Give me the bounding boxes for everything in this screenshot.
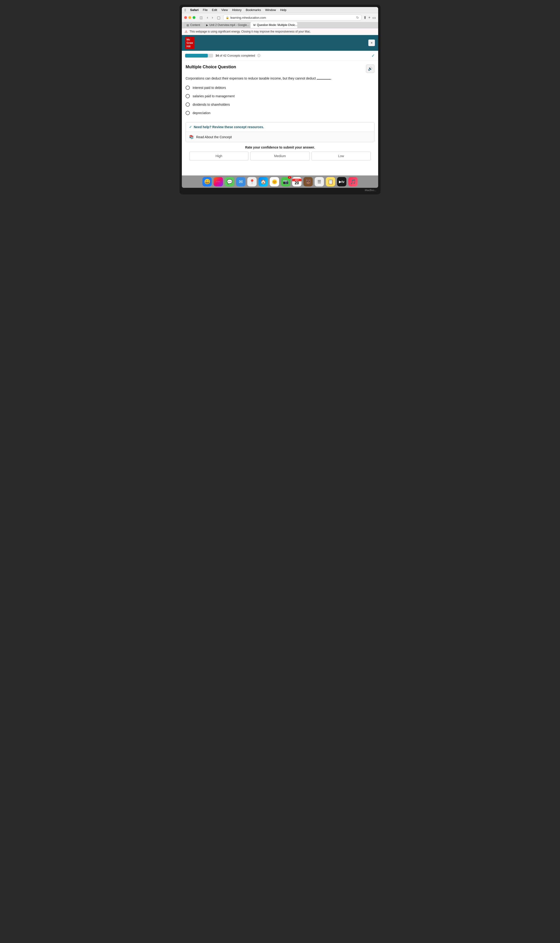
forward-button[interactable]: › [211, 15, 214, 20]
laptop-frame:  Safari File Edit View History Bookmark… [180, 5, 380, 194]
progress-bar-outer [185, 54, 213, 57]
help-header[interactable]: ✓ Need help? Review these concept resour… [186, 122, 374, 132]
dock-maps[interactable]: 📍 [247, 177, 257, 186]
safari-icon: 🏠 [260, 179, 266, 185]
radio-option-3[interactable] [186, 102, 190, 107]
warning-text: This webpage is using significant energy… [189, 30, 311, 33]
calendar-day: 20 [295, 181, 299, 185]
radio-option-4[interactable] [186, 111, 190, 115]
menu-bookmarks[interactable]: Bookmarks [246, 8, 261, 12]
new-tab-button[interactable]: + [368, 15, 371, 20]
question-header: Multiple Choice Question 🔊 [186, 65, 374, 73]
back-button[interactable]: ‹ [206, 15, 209, 20]
help-header-label: Need help? Review these concept resource… [194, 125, 264, 129]
maximize-window-button[interactable] [192, 16, 195, 19]
help-section: ✓ Need help? Review these concept resour… [186, 122, 374, 142]
dock-finder[interactable]: 😀 [202, 177, 212, 186]
options-list: interest paid to debtors salaries paid t… [186, 86, 374, 115]
menu-view[interactable]: View [222, 8, 228, 12]
option-item[interactable]: dividends to shareholders [186, 102, 374, 107]
show-sidebar-button[interactable]: ◫ [198, 15, 204, 20]
dock-mail[interactable]: ✉ [236, 177, 245, 186]
tab-content-label: Content [190, 23, 200, 27]
mail-icon: ✉ [239, 179, 243, 185]
dock-launchpad[interactable]: ⋅⋅⋅ [214, 177, 223, 186]
confidence-section: Rate your confidence to submit your answ… [186, 142, 374, 164]
dock-photos[interactable]: 🌞 [270, 177, 279, 186]
progress-check-icon: ✓ [371, 53, 375, 58]
option-item[interactable]: interest paid to debtors [186, 86, 374, 90]
dock-safari[interactable]: 🏠 [258, 177, 268, 186]
energy-warning-bar: ⚠ This webpage is using significant ener… [182, 28, 378, 35]
facetime-badge: 0 [288, 176, 291, 179]
stickies-icon: 📋 [328, 179, 334, 185]
option-label-1: interest paid to debtors [192, 86, 226, 89]
mgh-header: Mc Graw Hill × [182, 35, 378, 51]
dock-facetime[interactable]: 📷 0 [281, 177, 290, 186]
share-button[interactable]: ⬆ [363, 15, 366, 20]
tab-unit2-label: Unit 2 Overview.mp4 - Google... [209, 23, 249, 27]
book-icon: 📚 [189, 135, 194, 139]
progress-text: 34 of 42 Concepts completed [215, 54, 255, 57]
lock-icon: 🔒 [226, 16, 229, 19]
appletv-icon: ▶tv [339, 180, 344, 183]
maps-icon: 📍 [249, 179, 255, 185]
tab-question[interactable]: M Question Mode: Multiple Choic... [251, 22, 297, 28]
confidence-low-button[interactable]: Low [312, 151, 371, 160]
minimize-window-button[interactable] [188, 16, 191, 19]
confidence-title: Rate your confidence to submit your answ… [189, 145, 371, 149]
finder-icon: 😀 [204, 179, 210, 185]
url-text: learning.mheducation.com [231, 16, 266, 19]
progress-bar-inner [185, 54, 208, 57]
radio-option-2[interactable] [186, 94, 190, 98]
dock-calendar[interactable]: SEP 20 [292, 177, 302, 186]
info-icon[interactable]: ⓘ [257, 54, 260, 58]
question-text: Corporations can deduct their expenses t… [186, 76, 374, 81]
menu-safari[interactable]: Safari [190, 8, 198, 12]
dock-list-app[interactable]: ☰ [315, 177, 324, 186]
mgh-close-button[interactable]: × [368, 40, 375, 46]
option-item[interactable]: salaries paid to management [186, 94, 374, 98]
radio-option-1[interactable] [186, 86, 190, 90]
confidence-high-button[interactable]: High [189, 151, 248, 160]
photos-icon: 🌞 [272, 179, 277, 185]
progress-current: 34 [215, 54, 219, 57]
read-concept-label: Read About the Concept [196, 135, 232, 139]
page-content: Mc Graw Hill × 34 of 42 Concepts complet… [182, 35, 378, 176]
audio-button[interactable]: 🔊 [366, 65, 374, 73]
launchpad-icon: ⋅⋅⋅ [216, 179, 220, 184]
dock-messages[interactable]: 💬 [225, 177, 234, 186]
menu-edit[interactable]: Edit [212, 8, 217, 12]
menu-window[interactable]: Window [265, 8, 276, 12]
confidence-buttons: High Medium Low [189, 151, 371, 160]
tab-question-label: Question Mode: Multiple Choic... [257, 23, 297, 27]
question-tab-icon: M [253, 24, 255, 26]
tab-overview-button[interactable]: ▢ [216, 15, 222, 20]
progress-label: of 42 Concepts completed [220, 54, 255, 57]
content-tab-icon: ▤ [186, 24, 189, 27]
tab-switcher-button[interactable]: ▭ [372, 15, 376, 20]
dock-stickies[interactable]: 📋 [326, 177, 335, 186]
dock-notes[interactable]: 🐻 [303, 177, 313, 186]
progress-area: 34 of 42 Concepts completed ⓘ ✓ [182, 51, 378, 61]
macos-dock: 😀 ⋅⋅⋅ 💬 ✉ 📍 🏠 🌞 📷 0 [182, 176, 378, 188]
close-window-button[interactable] [184, 16, 187, 19]
menu-history[interactable]: History [232, 8, 242, 12]
dock-music[interactable]: 🎵 [348, 177, 358, 186]
menu-file[interactable]: File [203, 8, 208, 12]
list-app-icon: ☰ [317, 179, 321, 184]
reload-icon[interactable]: ↻ [356, 16, 359, 19]
url-bar[interactable]: 🔒 learning.mheducation.com ↻ [223, 14, 362, 21]
notes-icon: 🐻 [305, 179, 311, 185]
option-item[interactable]: depreciation [186, 111, 374, 115]
dock-appletv[interactable]: ▶tv [337, 177, 346, 186]
read-concept-row[interactable]: 📚 Read About the Concept [186, 132, 374, 142]
menu-help[interactable]: Help [280, 8, 286, 12]
tabs-bar: ▤ Content ▶ Unit 2 Overview.mp4 - Google… [182, 22, 378, 28]
music-icon: 🎵 [350, 179, 356, 185]
help-check-icon: ✓ [189, 125, 192, 129]
macbook-label: MacBoo... [182, 188, 378, 192]
tab-content[interactable]: ▤ Content [184, 22, 203, 28]
confidence-medium-button[interactable]: Medium [250, 151, 309, 160]
tab-unit2[interactable]: ▶ Unit 2 Overview.mp4 - Google... [203, 22, 250, 28]
